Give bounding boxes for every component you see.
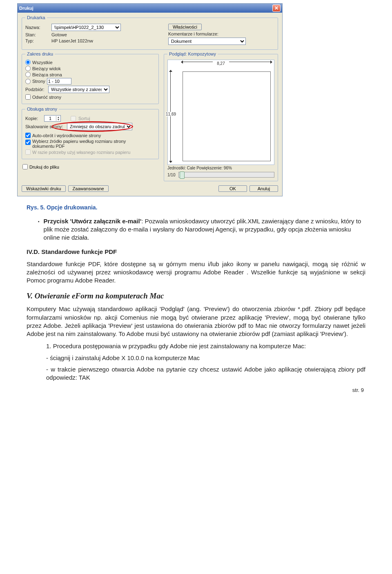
papersource-check[interactable] — [25, 140, 31, 145]
para-d: Standardowe funkcje PDF, które dostępne … — [27, 260, 365, 285]
scale-label: Skalowanie strony: — [25, 124, 65, 129]
range-all-radio[interactable] — [25, 60, 31, 65]
page-counter: 1/10 — [167, 173, 175, 177]
range-all-label: Wszystkie — [32, 60, 53, 65]
copies-spinner[interactable]: ▲▼ — [44, 115, 61, 122]
autorotate-label: Auto-obrót i wyśrodkowanie strony — [32, 133, 101, 138]
document-body: Rys. 5. Opcje drukowania. ▪ Przycisk 'Ut… — [27, 204, 365, 394]
bullet-bold: Przycisk 'Utwórz załącznik e-mail' — [44, 218, 142, 225]
custompaper-check — [25, 149, 31, 155]
printer-state-value: Gotowe — [51, 32, 67, 37]
range-page-radio[interactable] — [25, 72, 31, 77]
preview-fieldset: Podgląd: Kompozytowy 8,27 11,69 Jednostk… — [164, 51, 278, 181]
cancel-button[interactable]: Anuluj — [249, 185, 278, 192]
para-v: Komputery Mac używają standardowo aplika… — [27, 305, 365, 338]
page-number: str. 9 — [27, 387, 365, 394]
advanced-button[interactable]: Zaawansowane — [68, 185, 109, 192]
bullet-text: Przycisk 'Utwórz załącznik e-mail': Pozw… — [44, 217, 365, 242]
step-block: 1. Procedura postępowania w przypadku gd… — [46, 342, 365, 382]
titlebar: Drukuj ✕ — [18, 4, 282, 13]
preview-page-rect — [183, 71, 271, 161]
range-view-radio[interactable] — [25, 66, 31, 71]
range-fieldset: Zakres druku Wszystkie Bieżący widok Bie… — [22, 51, 159, 104]
preview-panel: 8,27 11,69 — [167, 60, 274, 165]
reverse-label: Odwróć strony — [32, 95, 61, 100]
tips-button[interactable]: Wskazówki druku — [22, 185, 66, 192]
preview-legend: Podgląd: Kompozytowy — [167, 51, 218, 56]
figure-caption: Rys. 5. Opcje drukowania. — [27, 204, 365, 211]
step1a: - ściągnij i zainstaluj Adobe X 10.0.0 n… — [46, 354, 365, 362]
printer-type-value: HP LaserJet 1022nw — [51, 38, 93, 43]
printer-name-label: Nazwa: — [25, 25, 49, 30]
close-button[interactable]: ✕ — [272, 4, 281, 12]
collate-label: Sortuj — [78, 116, 90, 121]
close-icon: ✕ — [274, 5, 278, 11]
bullet-icon: ▪ — [38, 219, 40, 242]
slider-thumb[interactable] — [180, 171, 185, 179]
comments-label: Komentarze i formularze: — [168, 31, 218, 36]
custompaper-label: W razie potrzeby użyj własnego rozmiaru … — [32, 150, 130, 155]
range-legend: Zakres druku — [25, 51, 55, 56]
handling-legend: Obsługa strony — [25, 107, 59, 111]
collate-check — [71, 116, 76, 121]
page-slider[interactable] — [178, 172, 274, 178]
range-page-label: Bieżąca strona — [32, 72, 62, 77]
range-view-label: Bieżący widok — [32, 66, 61, 71]
printer-type-label: Typ: — [25, 38, 49, 43]
printtofile-label: Drukuj do pliku — [29, 165, 59, 169]
printer-state-label: Stan: — [25, 32, 49, 37]
spinner-down-icon[interactable]: ▼ — [56, 118, 60, 121]
subset-select[interactable]: Wszystkie strony z zakresu — [48, 86, 109, 93]
reverse-check[interactable] — [25, 94, 31, 100]
subset-label: Podzbiór: — [25, 87, 46, 92]
copies-label: Kopie: — [25, 116, 42, 121]
papersource-label: Wybierz źródło papieru według rozmiaru s… — [32, 139, 138, 149]
preview-height: 11,69 — [166, 112, 176, 116]
printtofile-check[interactable] — [22, 164, 28, 169]
ok-button[interactable]: OK — [218, 185, 247, 192]
comments-select[interactable]: Dokument — [168, 38, 246, 45]
printer-name-select[interactable]: \\pimpek\HP1022_2_130 — [51, 24, 121, 31]
range-pages-radio[interactable] — [25, 79, 31, 84]
scale-select[interactable]: Zmniejsz do obszaru zadruku — [67, 123, 132, 130]
bullet-item: ▪ Przycisk 'Utwórz załącznik e-mail': Po… — [38, 217, 365, 242]
preview-width: 8,27 — [213, 61, 229, 66]
properties-button[interactable]: Właściwości — [168, 24, 202, 30]
ruler-left: 11,69 — [170, 71, 171, 161]
section-d-heading: IV.D. Standardowe funkcje PDF — [27, 248, 365, 256]
print-dialog: Drukuj ✕ Drukarka Nazwa: \\pimpek\HP1022… — [17, 3, 283, 196]
handling-fieldset: Obsługa strony Kopie: ▲▼ Sortuj Skalowan… — [22, 107, 159, 159]
range-pages-label: Strony — [32, 79, 45, 84]
printer-legend: Drukarka — [25, 15, 47, 20]
preview-units: Jednostki: Cale Powiększenie: 96% — [167, 166, 274, 170]
printer-fieldset: Drukarka Nazwa: \\pimpek\HP1022_2_130 St… — [22, 15, 278, 50]
step1b: - w trakcie pierwszego otwarcia Adobe na… — [46, 365, 365, 382]
copies-input[interactable] — [45, 116, 56, 121]
section-v-heading: V. Otwieranie eForm na komputerach Mac — [27, 291, 365, 301]
range-pages-input[interactable] — [47, 78, 71, 85]
dialog-title: Drukuj — [19, 6, 272, 11]
step1: 1. Procedura postępowania w przypadku gd… — [46, 342, 365, 350]
autorotate-check[interactable] — [25, 133, 31, 138]
